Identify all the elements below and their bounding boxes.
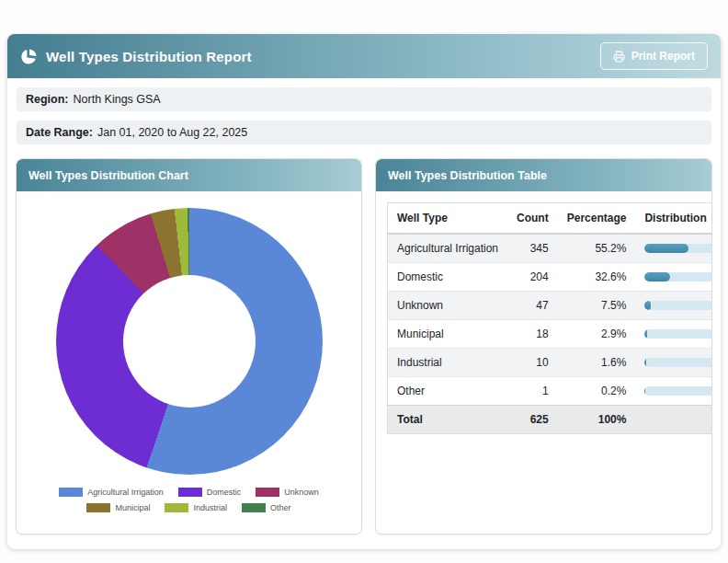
table-row: Agricultural Irrigation34555.2% [388,234,713,263]
page-title: Well Types Distribution Report [46,49,252,64]
cell-count: 204 [507,263,558,292]
cell-percentage: 0.2% [558,377,636,406]
column-header: Percentage [558,203,636,235]
distribution-bar-track [644,358,712,367]
legend-swatch [59,488,83,497]
cell-well-type: Domestic [388,263,508,292]
cell-well-type: Municipal [388,320,508,349]
cell-distribution [635,377,712,406]
column-header: Distribution [635,203,712,235]
table-panel: Well Types Distribution Table Well TypeC… [375,158,712,534]
chart-panel-header: Well Types Distribution Chart [17,159,361,191]
distribution-bar-track [644,386,712,396]
legend-swatch [242,503,266,512]
donut-hole [123,275,256,408]
printer-icon [613,51,625,63]
region-label: Region: [26,93,69,106]
cell-percentage: 55.2% [558,234,636,263]
legend-label: Agricultural Irrigation [87,488,164,497]
distribution-bar-fill [644,272,670,282]
cell-total-label: Total [388,406,508,434]
cell-well-type: Industrial [388,349,508,377]
date-range-bar: Date Range: Jan 01, 2020 to Aug 22, 2025 [17,121,711,144]
legend-swatch [256,488,279,497]
report-card: Well Types Distribution Report Print Rep… [7,34,721,549]
cell-distribution [635,263,712,292]
table-row: Industrial101.6% [388,349,713,377]
distribution-bar-fill [644,301,650,310]
date-range-value: Jan 01, 2020 to Aug 22, 2025 [97,126,247,139]
donut-chart[interactable] [56,208,323,475]
legend-item[interactable]: Industrial [165,503,227,512]
cell-total-distribution [635,406,712,434]
column-header: Count [507,203,558,235]
legend-label: Other [270,503,291,512]
cell-well-type: Agricultural Irrigation [388,234,508,263]
panels-row: Well Types Distribution Chart Agricultur… [16,158,712,534]
cell-count: 47 [507,292,558,320]
cell-percentage: 32.6% [558,263,636,292]
distribution-bar-fill [644,329,646,339]
legend-swatch [86,503,110,512]
cell-distribution [635,320,712,349]
distribution-bar-track [644,244,712,253]
distribution-bar-fill [644,358,645,367]
cell-count: 1 [507,377,558,406]
table-row: Other10.2% [388,377,713,406]
table-total-row: Total625100% [388,406,713,434]
cell-distribution [635,234,712,263]
print-report-button[interactable]: Print Report [600,42,708,70]
legend-label: Unknown [284,488,319,497]
cell-count: 18 [507,320,558,349]
legend-label: Industrial [193,503,227,512]
well-types-table: Well TypeCountPercentageDistribution Agr… [387,202,712,434]
cell-percentage: 1.6% [558,349,636,377]
cell-well-type: Unknown [388,292,508,320]
cell-percentage: 2.9% [558,320,636,349]
legend-item[interactable]: Other [242,503,291,512]
legend-item[interactable]: Municipal [86,503,150,512]
distribution-bar-track [644,301,712,310]
cell-total-count: 625 [507,406,558,434]
cell-well-type: Other [388,377,508,406]
legend-label: Municipal [115,503,150,512]
distribution-bar-track [644,272,712,282]
region-value: North Kings GSA [74,93,161,106]
legend-swatch [178,488,202,497]
cell-distribution [635,292,712,320]
chart-legend: Agricultural IrrigationDomesticUnknownMu… [24,488,354,512]
column-header: Well Type [388,203,508,235]
table-row: Unknown477.5% [388,292,713,320]
table-panel-header: Well Types Distribution Table [376,159,711,191]
legend-item[interactable]: Domestic [178,488,242,497]
legend-label: Domestic [207,488,242,497]
legend-item[interactable]: Unknown [256,488,319,497]
table-header-row: Well TypeCountPercentageDistribution [388,203,713,235]
legend-item[interactable]: Agricultural Irrigation [59,488,164,497]
chart-panel-title: Well Types Distribution Chart [28,169,188,182]
table-row: Municipal182.9% [388,320,713,349]
chart-panel-body: Agricultural IrrigationDomesticUnknownMu… [17,191,361,520]
cell-count: 345 [507,234,558,263]
distribution-bar-track [644,329,712,339]
print-report-label: Print Report [631,50,695,63]
cell-total-percentage: 100% [558,406,636,434]
table-panel-title: Well Types Distribution Table [388,169,547,182]
legend-swatch [165,503,188,512]
pie-chart-icon [20,48,38,65]
table-body: Agricultural Irrigation34555.2%Domestic2… [388,234,713,434]
table-row: Domestic20432.6% [388,263,713,292]
report-header: Well Types Distribution Report Print Rep… [7,34,721,78]
chart-panel: Well Types Distribution Chart Agricultur… [16,158,362,534]
date-range-label: Date Range: [26,126,93,139]
cell-distribution [635,349,712,377]
cell-count: 10 [507,349,558,377]
region-bar: Region: North Kings GSA [17,87,711,111]
cell-percentage: 7.5% [558,292,636,320]
distribution-bar-fill [644,244,688,253]
table-panel-body: Well TypeCountPercentageDistribution Agr… [376,191,711,445]
